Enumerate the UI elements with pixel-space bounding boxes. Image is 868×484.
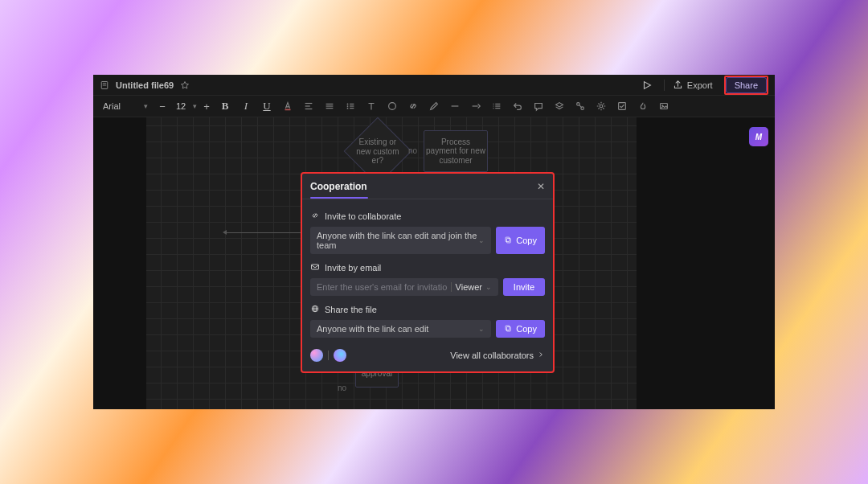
list-button[interactable] xyxy=(342,97,359,115)
brand-badge[interactable]: M xyxy=(749,127,768,146)
invite-label: Invite xyxy=(514,282,534,292)
view-all-label: View all collaborators xyxy=(450,351,534,360)
chevron-down-icon: ⌄ xyxy=(478,325,485,333)
close-icon[interactable]: ✕ xyxy=(537,181,545,192)
file-name[interactable]: Untitled file69 xyxy=(116,80,174,90)
check-button[interactable] xyxy=(613,97,631,115)
globe-icon xyxy=(310,304,320,315)
copy-label: Copy xyxy=(516,324,537,334)
chevron-down-icon: ▾ xyxy=(144,102,148,110)
copy-share-button[interactable]: Copy xyxy=(496,320,545,338)
connect-button[interactable] xyxy=(571,97,589,115)
link-button[interactable] xyxy=(404,97,422,115)
link-permission-select[interactable]: Anyone with the link can edit and join t… xyxy=(310,227,491,254)
arrow-head-icon xyxy=(223,230,227,235)
link-permission-value: Anyone with the link can edit and join t… xyxy=(317,231,478,250)
svg-rect-33 xyxy=(506,237,510,242)
svg-line-27 xyxy=(579,105,582,108)
more-list-button[interactable] xyxy=(488,97,506,115)
chevron-down-icon: ⌄ xyxy=(485,283,492,291)
canvas-margin-left xyxy=(93,117,146,409)
svg-rect-29 xyxy=(619,103,626,110)
align-button[interactable] xyxy=(300,97,317,115)
avatar[interactable] xyxy=(310,349,323,362)
svg-point-16 xyxy=(389,103,396,110)
spacing-button[interactable] xyxy=(321,97,338,115)
share-permission-select[interactable]: Anyone with the link can edit ⌄ xyxy=(310,320,491,338)
svg-rect-32 xyxy=(507,238,511,243)
svg-point-26 xyxy=(581,107,584,110)
chevron-right-icon xyxy=(537,351,545,360)
flowchart-process-text: Process payment for new customer xyxy=(426,137,485,166)
role-value: Viewer xyxy=(456,282,482,292)
font-family-select[interactable]: Arial ▾ xyxy=(98,100,153,113)
modal-title: Cooperation xyxy=(310,181,367,192)
separator xyxy=(451,282,452,292)
canvas-margin-right xyxy=(637,117,775,409)
play-icon[interactable] xyxy=(638,76,656,94)
svg-point-12 xyxy=(347,108,349,109)
flowchart-decision-text: Existing or new custom er? xyxy=(356,137,399,166)
arrow-style-button[interactable] xyxy=(467,97,485,115)
brand-badge-label: M xyxy=(755,133,762,142)
invite-email-header: Invite by email xyxy=(325,263,381,273)
document-icon xyxy=(100,80,109,90)
share-label: Share xyxy=(735,80,758,90)
invite-link-header: Invite to collaborate xyxy=(325,211,401,221)
view-all-collaborators[interactable]: View all collaborators xyxy=(450,351,545,360)
copy-icon xyxy=(504,324,513,334)
text-tool-button[interactable] xyxy=(362,97,380,115)
chevron-down-icon[interactable]: ▾ xyxy=(193,102,197,110)
separator xyxy=(328,351,329,360)
svg-point-10 xyxy=(347,104,349,105)
collaborator-avatars xyxy=(310,349,346,362)
underline-button[interactable]: U xyxy=(258,97,276,115)
export-label: Export xyxy=(687,80,713,90)
export-button[interactable]: Export xyxy=(673,80,713,90)
fire-icon[interactable] xyxy=(634,97,652,115)
svg-point-25 xyxy=(577,103,580,106)
mail-icon xyxy=(310,262,320,273)
layers-button[interactable] xyxy=(551,97,568,115)
email-field[interactable] xyxy=(317,278,447,296)
avatar[interactable] xyxy=(334,349,346,362)
undo-button[interactable] xyxy=(509,97,526,115)
email-input-wrap: Viewer ⌄ xyxy=(310,278,498,296)
share-file-header: Share the file xyxy=(325,305,377,314)
image-button[interactable] xyxy=(655,97,673,115)
separator xyxy=(664,80,665,91)
link-icon xyxy=(310,211,320,222)
share-permission-value: Anyone with the link can edit xyxy=(317,324,428,334)
titlebar: Untitled file69 Export Share xyxy=(93,75,775,96)
flowchart-edge-label: no xyxy=(408,146,417,155)
svg-rect-34 xyxy=(312,265,319,269)
bold-button[interactable]: B xyxy=(216,97,234,115)
invite-button[interactable]: Invite xyxy=(503,278,545,296)
copy-label: Copy xyxy=(516,236,537,245)
chevron-down-icon: ⌄ xyxy=(478,236,485,244)
share-button[interactable]: Share xyxy=(726,77,767,93)
star-icon[interactable] xyxy=(180,80,190,90)
cooperation-modal: Cooperation ✕ Invite to collaborate Anyo… xyxy=(301,172,555,373)
shape-circle-button[interactable] xyxy=(383,97,401,115)
svg-point-28 xyxy=(600,105,603,108)
comment-button[interactable] xyxy=(530,97,547,115)
flowchart-edge-label: no xyxy=(338,384,346,392)
svg-point-11 xyxy=(347,105,349,107)
role-select[interactable]: Viewer ⌄ xyxy=(456,282,493,292)
svg-rect-38 xyxy=(507,326,511,331)
copy-icon xyxy=(504,236,513,246)
font-size-increase[interactable]: + xyxy=(200,100,213,113)
line-style-button[interactable] xyxy=(446,97,464,115)
edit-button[interactable] xyxy=(425,97,443,115)
font-size-value[interactable]: 12 xyxy=(172,101,190,111)
text-color-button[interactable] xyxy=(279,97,297,115)
settings-button[interactable] xyxy=(592,97,610,115)
flowchart-process[interactable]: Process payment for new customer xyxy=(424,130,488,172)
export-icon xyxy=(673,80,683,90)
font-family-value: Arial xyxy=(103,101,121,111)
svg-rect-39 xyxy=(506,326,510,330)
italic-button[interactable]: I xyxy=(237,97,255,115)
copy-link-button[interactable]: Copy xyxy=(496,227,545,254)
font-size-decrease[interactable]: − xyxy=(156,100,169,113)
